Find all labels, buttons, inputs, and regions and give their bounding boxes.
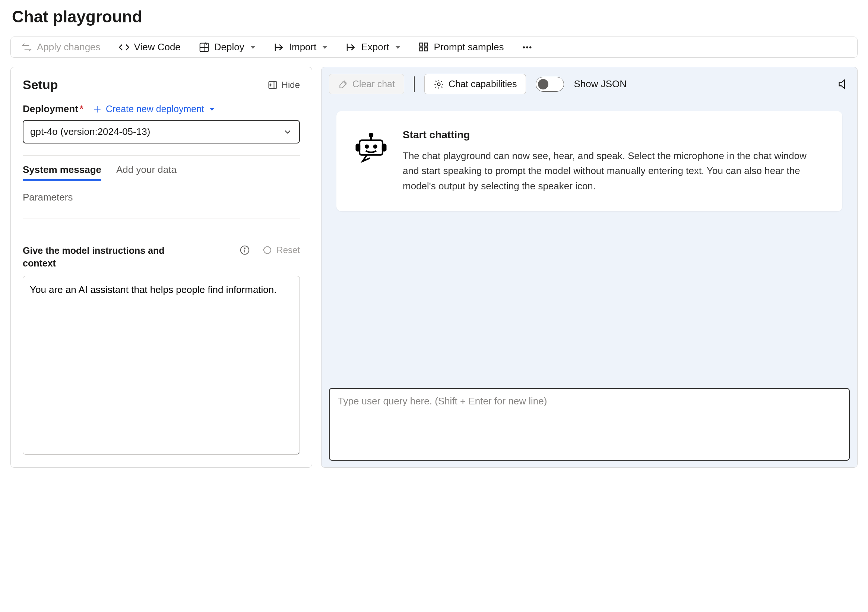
divider bbox=[23, 155, 300, 156]
clear-chat-label: Clear chat bbox=[352, 79, 395, 89]
chevron-down-icon bbox=[209, 108, 215, 111]
speaker-button[interactable] bbox=[837, 78, 850, 90]
info-icon[interactable] bbox=[239, 244, 250, 256]
setup-panel: Setup Hide Deployment* C bbox=[11, 67, 312, 468]
chevron-down-icon bbox=[322, 46, 327, 49]
code-icon bbox=[118, 42, 130, 53]
grid-icon bbox=[418, 42, 429, 53]
chevron-down-icon bbox=[283, 127, 293, 137]
chevron-down-icon bbox=[395, 46, 400, 49]
toggle-knob bbox=[538, 79, 549, 89]
import-label: Import bbox=[289, 41, 317, 53]
svg-rect-4 bbox=[424, 48, 427, 51]
prompt-samples-button[interactable]: Prompt samples bbox=[418, 41, 504, 53]
svg-rect-2 bbox=[424, 43, 427, 46]
card-title: Start chatting bbox=[403, 129, 825, 141]
svg-point-5 bbox=[523, 46, 525, 48]
setup-heading: Setup bbox=[23, 78, 58, 92]
svg-rect-14 bbox=[356, 144, 360, 151]
deploy-icon bbox=[198, 42, 210, 53]
svg-rect-1 bbox=[420, 43, 422, 46]
chat-toolbar: Clear chat Chat capabilities Show JSON bbox=[329, 74, 850, 94]
collapse-icon bbox=[268, 80, 278, 90]
svg-point-10 bbox=[244, 248, 245, 249]
svg-point-11 bbox=[437, 83, 440, 85]
broom-icon bbox=[338, 79, 348, 89]
reset-label: Reset bbox=[276, 245, 300, 255]
create-new-deployment-label: Create new deployment bbox=[106, 104, 204, 115]
card-body: The chat playground can now see, hear, a… bbox=[403, 148, 825, 193]
chevron-down-icon bbox=[250, 46, 256, 49]
deployment-label: Deployment* bbox=[23, 103, 84, 115]
tab-add-your-data[interactable]: Add your data bbox=[116, 164, 177, 181]
undo-icon bbox=[262, 245, 273, 255]
view-code-button[interactable]: View Code bbox=[118, 41, 181, 53]
tab-system-message[interactable]: System message bbox=[23, 164, 101, 181]
export-label: Export bbox=[361, 41, 389, 53]
setup-tabs: System message Add your data bbox=[23, 164, 300, 181]
apply-changes-label: Apply changes bbox=[37, 41, 101, 53]
deploy-button[interactable]: Deploy bbox=[198, 41, 256, 53]
start-chatting-card: Start chatting The chat playground can n… bbox=[336, 111, 842, 211]
show-json-label: Show JSON bbox=[574, 78, 626, 90]
gear-icon bbox=[434, 79, 444, 89]
export-button[interactable]: Export bbox=[345, 41, 400, 53]
more-icon bbox=[522, 42, 533, 53]
chat-panel: Clear chat Chat capabilities Show JSON bbox=[321, 67, 857, 468]
tab-parameters[interactable]: Parameters bbox=[23, 185, 300, 210]
reset-button: Reset bbox=[262, 245, 300, 255]
deployment-value: gpt-4o (version:2024-05-13) bbox=[30, 126, 150, 138]
svg-point-12 bbox=[370, 134, 372, 137]
divider bbox=[23, 218, 300, 218]
toolbar: Apply changes View Code Deploy Import bbox=[11, 37, 857, 58]
import-icon bbox=[273, 42, 285, 53]
instructions-label: Give the model instructions and context bbox=[23, 244, 183, 270]
view-code-label: View Code bbox=[134, 41, 181, 53]
chat-capabilities-label: Chat capabilities bbox=[448, 79, 517, 89]
deployment-select[interactable]: gpt-4o (version:2024-05-13) bbox=[23, 120, 300, 143]
divider bbox=[414, 76, 415, 92]
plus-icon bbox=[92, 104, 102, 114]
deploy-label: Deploy bbox=[214, 41, 244, 53]
svg-point-6 bbox=[526, 46, 529, 48]
clear-chat-button: Clear chat bbox=[329, 74, 404, 94]
show-json-toggle[interactable] bbox=[536, 77, 564, 92]
page-title: Chat playground bbox=[11, 8, 857, 26]
create-new-deployment-link[interactable]: Create new deployment bbox=[92, 104, 215, 115]
svg-point-7 bbox=[529, 46, 532, 48]
chat-capabilities-button[interactable]: Chat capabilities bbox=[424, 74, 526, 94]
svg-point-17 bbox=[374, 145, 377, 148]
hide-panel-button[interactable]: Hide bbox=[268, 80, 300, 90]
svg-rect-3 bbox=[420, 48, 422, 51]
svg-point-16 bbox=[366, 145, 368, 148]
bot-icon bbox=[354, 129, 388, 193]
swap-icon bbox=[21, 42, 33, 53]
apply-changes-button: Apply changes bbox=[21, 41, 101, 53]
user-query-input[interactable] bbox=[329, 388, 850, 461]
hide-label: Hide bbox=[282, 80, 300, 90]
prompt-samples-label: Prompt samples bbox=[434, 41, 504, 53]
system-message-textarea[interactable] bbox=[23, 276, 300, 455]
export-icon bbox=[345, 42, 356, 53]
import-button[interactable]: Import bbox=[273, 41, 328, 53]
more-button[interactable] bbox=[522, 42, 533, 53]
svg-rect-15 bbox=[383, 144, 386, 151]
